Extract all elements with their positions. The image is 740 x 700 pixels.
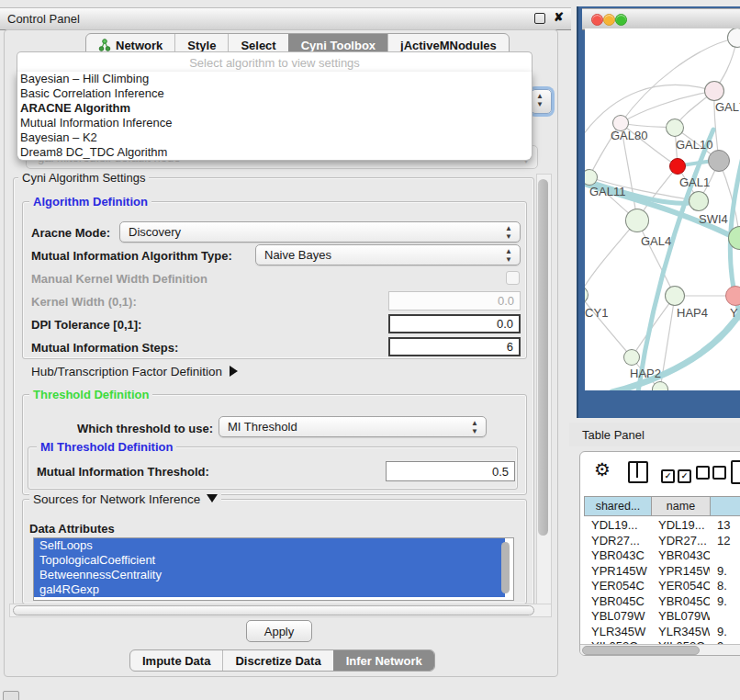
data-attributes-label: Data Attributes: [29, 522, 115, 536]
gear-icon[interactable]: ⚙: [594, 458, 611, 480]
table-row[interactable]: YBR045C YBR045C 9.: [584, 594, 740, 608]
table-row[interactable]: YBL079W YBL079W: [584, 609, 740, 623]
cell: YBL079W: [584, 609, 651, 623]
table-row[interactable]: YDR27... YDR27... 12: [584, 534, 740, 548]
network-canvas[interactable]: GAL7 GAL80 GAL10 GAL1 GAL11 SWI4 GAL4 GC…: [585, 28, 740, 390]
tab-discretize-data[interactable]: Discretize Data: [222, 650, 332, 671]
tab-infer-network[interactable]: Infer Network: [333, 650, 434, 671]
close-icon[interactable]: ✘: [554, 10, 564, 24]
algorithm-combobox[interactable]: Select algorithm to view settings: [17, 51, 533, 73]
which-threshold-value: MI Threshold: [228, 420, 297, 434]
tab-impute-data[interactable]: Impute Data: [130, 650, 222, 671]
algorithm-definition-title: Algorithm Definition: [29, 195, 151, 209]
cell: YER054C: [584, 579, 651, 593]
network-node[interactable]: [623, 349, 640, 366]
zoom-traffic-icon[interactable]: [615, 14, 627, 26]
deselect-all-checkboxes-icon[interactable]: [696, 466, 726, 483]
table-panel-titlebar: Table Panel: [569, 423, 740, 446]
tab-jactivemnodules-label: jActiveMNodules: [400, 39, 497, 52]
attribute-item-selected[interactable]: BetweennessCentrality: [34, 568, 505, 582]
close-traffic-icon[interactable]: [591, 14, 603, 26]
column-header-shared[interactable]: shared...: [584, 496, 652, 516]
attribute-item-selected[interactable]: SelfLoops: [34, 538, 505, 553]
algorithm-option[interactable]: Mutual Information Inference: [17, 116, 532, 130]
float-icon[interactable]: [534, 13, 545, 24]
aracne-mode-combobox[interactable]: Discovery ▲▼: [119, 221, 521, 243]
network-node[interactable]: [704, 81, 724, 101]
table-row[interactable]: YBR043C YBR043C: [584, 548, 740, 562]
inference-algorithm-combobox-fragment[interactable]: ▲▼: [531, 89, 552, 114]
table-hscrollbar-thumb[interactable]: [582, 646, 700, 655]
dpi-tolerance-field[interactable]: 0.0: [388, 314, 521, 333]
network-node[interactable]: [725, 286, 740, 306]
mi-steps-field[interactable]: 6: [388, 337, 521, 356]
kernel-width-field[interactable]: 0.0: [388, 291, 521, 310]
tab-cyni-toolbox-label: Cyni Toolbox: [301, 39, 376, 52]
list-scrollbar[interactable]: [501, 542, 510, 593]
node-label: GCY1: [585, 306, 608, 320]
cell: 9.: [710, 625, 740, 638]
hub-definition-section[interactable]: Hub/Transcription Factor Definition: [31, 365, 238, 378]
mi-type-combobox[interactable]: Naive Bayes ▲▼: [255, 244, 521, 265]
minimize-traffic-icon[interactable]: [603, 14, 615, 26]
settings-vscrollbar-thumb[interactable]: [538, 179, 548, 536]
cell: YBL079W: [651, 609, 710, 623]
cyni-algorithm-settings-title: Cyni Algorithm Settings: [18, 171, 149, 185]
control-panel-titlebar: Control Panel ✘: [0, 7, 571, 30]
sources-title-row[interactable]: Sources for Network Inference: [29, 492, 221, 506]
attribute-item-selected[interactable]: TopologicalCoefficient: [34, 553, 505, 568]
node-label: GAL10: [676, 138, 712, 152]
select-all-checkboxes-icon[interactable]: ✓✓: [661, 466, 691, 483]
data-attributes-list: SelfLoops TopologicalCoefficient Between…: [33, 537, 514, 601]
column-header-shared-label: shared...: [596, 500, 641, 513]
apply-button[interactable]: Apply: [246, 620, 312, 642]
settings-hscrollbar-track[interactable]: [9, 604, 552, 617]
algorithm-option-selected[interactable]: ARACNE Algorithm: [17, 101, 532, 116]
table-hscrollbar-track[interactable]: [580, 644, 740, 656]
network-node[interactable]: [689, 191, 709, 211]
combo-arrows-icon: ▲▼: [505, 247, 512, 264]
manual-kernel-checkbox[interactable]: [506, 271, 520, 285]
network-node[interactable]: [665, 286, 685, 306]
settings-vscrollbar-track[interactable]: [536, 174, 552, 605]
network-node[interactable]: [666, 119, 684, 137]
node-label: GAL1: [679, 175, 710, 189]
algorithm-option[interactable]: Bayesian – Hill Climbing: [17, 72, 532, 86]
attribute-item-selected[interactable]: gal4RGexp: [34, 582, 505, 597]
network-window-titlebar[interactable]: [582, 8, 740, 30]
node-label: GAL7: [715, 100, 740, 114]
column-header-third[interactable]: [710, 496, 740, 516]
table-row[interactable]: YER054C YER054C 8.: [584, 579, 740, 593]
collapse-down-icon[interactable]: [207, 494, 218, 502]
network-node[interactable]: [708, 150, 730, 172]
algorithm-option[interactable]: Dream8 DC_TDC Algorithm: [17, 145, 532, 160]
node-label: HAP2: [630, 367, 661, 380]
cell: YDR27...: [651, 534, 710, 548]
expand-right-icon[interactable]: [230, 366, 238, 377]
mi-threshold-title: MI Threshold Definition: [37, 440, 176, 454]
which-threshold-combobox[interactable]: MI Threshold ▲▼: [219, 416, 487, 437]
settings-hscrollbar-thumb[interactable]: [13, 605, 534, 615]
network-node[interactable]: [625, 209, 649, 232]
split-columns-icon[interactable]: [628, 461, 648, 483]
mi-threshold-field[interactable]: 0.5: [386, 461, 515, 481]
combo-arrows-icon: ▲▼: [471, 419, 478, 435]
cell: YPR145W: [651, 564, 710, 578]
cell: YLR345W: [584, 625, 651, 638]
table-row[interactable]: YPR145W YPR145W 9.: [584, 564, 740, 578]
document-icon[interactable]: [731, 460, 740, 484]
threshold-definition-title: Threshold Definition: [29, 388, 152, 401]
cell: YDL19...: [584, 518, 651, 532]
algorithm-option[interactable]: Basic Correlation Inference: [17, 86, 532, 101]
dpi-tolerance-label: DPI Tolerance [0,1]:: [31, 318, 141, 332]
column-header-name[interactable]: name: [651, 496, 711, 516]
table-row[interactable]: YDL19... YDL19... 13: [584, 518, 740, 532]
docked-panel-icon[interactable]: [3, 691, 19, 700]
cell: 8.: [710, 579, 740, 593]
node-label: GAL4: [641, 234, 671, 248]
network-node[interactable]: [669, 158, 686, 175]
combo-arrows-icon: ▲▼: [536, 92, 544, 108]
table-panel-body: ⚙ ✓✓ shared... name YDL19... YDL19... 13…: [579, 451, 740, 656]
table-row[interactable]: YLR345W YLR345W 9.: [584, 625, 740, 638]
algorithm-option[interactable]: Bayesian – K2: [17, 130, 532, 145]
